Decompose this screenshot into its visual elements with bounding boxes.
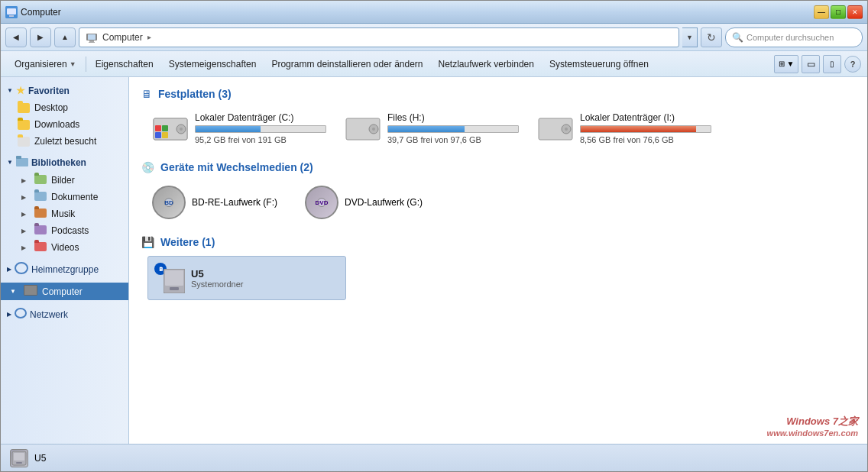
toolbar-organisieren[interactable]: Organisieren ▼ — [7, 56, 84, 73]
sidebar-item-musik[interactable]: ▶ Musik — [1, 205, 128, 222]
drive-item-h[interactable]: Files (H:) 39,7 GB frei von 97,6 GB — [340, 108, 523, 149]
dokumente-folder-icon — [34, 192, 47, 203]
help-button[interactable]: ? — [844, 56, 861, 73]
dokumente-expand-icon: ▶ — [18, 191, 30, 203]
toolbar-systemeigenschaften[interactable]: Systemeigenschaften — [161, 56, 264, 73]
weitere-title: Weitere (1) — [160, 236, 215, 248]
media-item-bd[interactable]: BD BD-RE-Laufwerk (F:) — [147, 181, 285, 224]
watermark-line1: Windows 7之家 — [767, 415, 858, 428]
computer-path-icon — [86, 32, 98, 43]
sidebar-item-downloads[interactable]: Downloads — [1, 116, 128, 133]
drive-c-info: Lokaler Datenträger (C:) 95,2 GB frei vo… — [195, 112, 326, 144]
sidebar-item-videos[interactable]: ▶ Videos — [1, 239, 128, 256]
podcasts-expand-icon: ▶ — [18, 225, 30, 237]
svg-point-13 — [180, 128, 183, 131]
bibliotheken-triangle-icon: ▼ — [7, 159, 13, 166]
usb-drive-icon — [164, 269, 185, 293]
netzwerk-icon — [15, 308, 27, 321]
desktop-label: Desktop — [34, 102, 68, 113]
bd-drive-icon: BD — [152, 186, 186, 219]
downloads-icon — [18, 118, 30, 131]
dvd-drive-icon: DVD — [305, 186, 338, 219]
zuletzt-icon — [18, 135, 30, 147]
computer-sidebar-expand-icon: ▼ — [7, 286, 19, 298]
address-dropdown-button[interactable]: ▼ — [682, 27, 698, 47]
toolbar-eigenschaften[interactable]: Eigenschaften — [88, 56, 161, 73]
drive-c-icon — [152, 112, 189, 143]
sidebar-item-bilder[interactable]: ▶ Bilder — [1, 172, 128, 189]
favoriten-label: Favoriten — [28, 86, 70, 96]
toolbar-deinstallieren[interactable]: Programm deinstallieren oder ändern — [264, 56, 430, 73]
musik-expand-icon: ▶ — [18, 208, 30, 220]
watermark-line2: www.windows7en.com — [767, 428, 858, 438]
drive-item-c[interactable]: Lokaler Datenträger (C:) 95,2 GB frei vo… — [147, 108, 331, 149]
minimize-button[interactable]: — — [814, 5, 829, 19]
toolbar-systemsteuerung[interactable]: Systemsteuerung öffnen — [542, 56, 656, 73]
titlebar-controls: — □ ✕ — [814, 5, 863, 19]
maximize-button[interactable]: □ — [831, 5, 846, 19]
hdd-i-svg — [537, 112, 574, 143]
sidebar-section-header-netzwerk[interactable]: ▶ Netzwerk — [1, 305, 128, 324]
u5-type: Systemordner — [191, 280, 243, 289]
back-icon: ◀ — [13, 33, 19, 41]
drive-i-info: Lokaler Datenträger (I:) 8,56 GB frei vo… — [580, 112, 711, 144]
svg-rect-24 — [14, 453, 24, 461]
sidebar-section-header-bibliotheken[interactable]: ▼ Bibliotheken — [1, 153, 128, 172]
drive-h-space: 39,7 GB frei von 97,6 GB — [387, 135, 519, 144]
sidebar-section-header-heimnetz[interactable]: ▶ Heimnetzgruppe — [1, 259, 128, 280]
drive-c-bar-bg — [195, 125, 326, 133]
refresh-button[interactable]: ↻ — [701, 27, 722, 47]
bd-drive-name: BD-RE-Laufwerk (F:) — [192, 197, 277, 208]
search-box[interactable]: 🔍 Computer durchsuchen — [725, 27, 863, 47]
sidebar-item-computer[interactable]: ▼ Computer — [1, 283, 128, 300]
search-icon: 🔍 — [732, 32, 743, 43]
media-item-dvd[interactable]: DVD DVD-Laufwerk (G:) — [300, 181, 438, 224]
sidebar-item-dokumente[interactable]: ▶ Dokumente — [1, 189, 128, 205]
videos-label: Videos — [51, 242, 79, 253]
refresh-icon: ↻ — [707, 31, 716, 44]
videos-folder-icon — [34, 242, 47, 254]
heimnetz-label: Heimnetzgruppe — [31, 264, 99, 275]
drive-item-i[interactable]: Lokaler Datenträger (I:) 8,56 GB frei vo… — [533, 108, 716, 149]
address-path[interactable]: Computer ▸ — [79, 27, 679, 47]
drive-i-bar-bg — [580, 125, 711, 133]
bilder-label: Bilder — [51, 175, 75, 186]
toolbar: Organisieren ▼ Eigenschaften Systemeigen… — [1, 51, 867, 77]
svg-rect-2 — [9, 15, 14, 17]
netzwerk-triangle-icon: ▶ — [7, 311, 11, 318]
forward-button[interactable]: ▶ — [30, 27, 51, 47]
hdd-h-svg — [345, 112, 381, 143]
podcasts-label: Podcasts — [51, 225, 89, 236]
musik-label: Musik — [51, 209, 75, 219]
sidebar-item-podcasts[interactable]: ▶ Podcasts — [1, 222, 128, 239]
computer-label: Computer — [42, 286, 83, 297]
computer-sidebar-icon — [24, 285, 37, 298]
preview-pane-button[interactable]: ▯ — [823, 55, 841, 73]
drive-h-info: Files (H:) 39,7 GB frei von 97,6 GB — [387, 112, 519, 144]
videos-expand-icon: ▶ — [18, 241, 30, 254]
svg-rect-21 — [165, 270, 183, 286]
sidebar-item-zuletzt[interactable]: Zuletzt besucht — [1, 133, 128, 150]
details-pane-button[interactable]: ▭ — [802, 55, 820, 73]
podcasts-folder-icon — [34, 225, 47, 237]
sidebar-item-desktop[interactable]: Desktop — [1, 99, 128, 116]
svg-rect-8 — [16, 156, 21, 159]
up-button[interactable]: ▲ — [54, 27, 76, 47]
view-options-button[interactable]: ⊞ ▼ — [774, 55, 798, 73]
festplatten-section-icon: 🖥 — [141, 88, 152, 100]
search-placeholder: Computer durchsuchen — [747, 33, 834, 42]
u5-icon-wrapper: ʙ — [154, 263, 185, 293]
titlebar: Computer — □ ✕ — [1, 1, 867, 24]
statusbar-item-icon — [10, 449, 28, 467]
close-button[interactable]: ✕ — [847, 5, 863, 19]
sidebar-section-computer: ▼ Computer — [1, 283, 128, 300]
other-grid: ʙ U5 Systemordner — [141, 256, 855, 300]
sidebar-section-header-favoriten[interactable]: ▼ ★ Favoriten — [1, 82, 128, 99]
titlebar-app-icon — [5, 6, 18, 18]
svg-rect-4 — [88, 34, 96, 40]
svg-rect-22 — [170, 287, 179, 290]
other-item-u5[interactable]: ʙ U5 Systemordner — [147, 256, 346, 300]
addressbar: ◀ ▶ ▲ Computer ▸ ▼ ↻ 🔍 Computer durchsuc… — [1, 24, 867, 51]
back-button[interactable]: ◀ — [5, 27, 27, 47]
toolbar-netzlaufwerk[interactable]: Netzlaufwerk verbinden — [431, 56, 542, 73]
